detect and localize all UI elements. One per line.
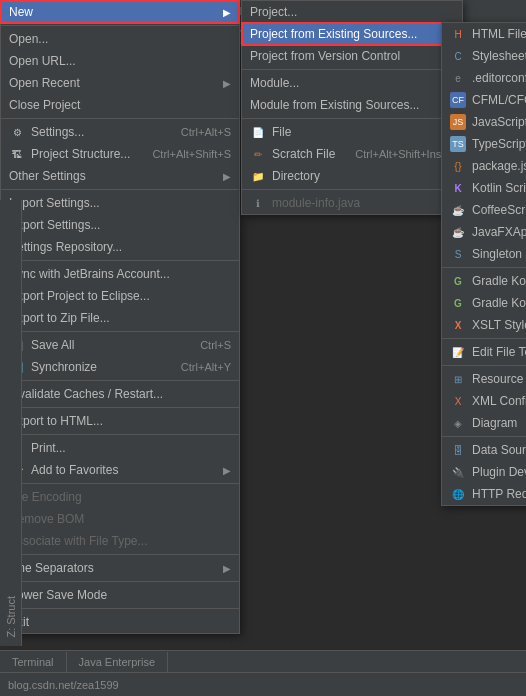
editorconfig-icon: e — [450, 70, 466, 86]
menu-item-line-separators[interactable]: Line Separators ▶ — [1, 557, 239, 579]
menu-item-settings[interactable]: ⚙ Settings... Ctrl+Alt+S — [1, 121, 239, 143]
html-file-icon: H — [450, 26, 466, 42]
arrow-icon: ▶ — [223, 7, 231, 18]
menu-item-invalidate-caches[interactable]: Invalidate Caches / Restart... — [1, 383, 239, 405]
filetype-javafx[interactable]: ☕ JavaFXApplication — [442, 221, 526, 243]
new-submenu-module-existing[interactable]: Module from Existing Sources... — [242, 94, 462, 116]
separator — [442, 436, 526, 437]
edit-templates-icon: 📝 — [450, 344, 466, 360]
separator — [1, 608, 239, 609]
filetype-xslt[interactable]: X XSLT Stylesheet — [442, 314, 526, 336]
new-submenu-file[interactable]: 📄 File — [242, 121, 462, 143]
menu-item-print[interactable]: 🖨 Print... — [1, 437, 239, 459]
gradle-settings-icon: G — [450, 295, 466, 311]
menu-item-open-url[interactable]: Open URL... — [1, 50, 239, 72]
filetype-css[interactable]: C Stylesheet — [442, 45, 526, 67]
file-menu-dropdown: New ▶ Open... Open URL... Open Recent ▶ … — [0, 0, 240, 634]
filetype-singleton[interactable]: S Singleton — [442, 243, 526, 265]
status-text: blog.csdn.net/zea1599 — [8, 679, 119, 691]
new-submenu-directory[interactable]: 📁 Directory — [242, 165, 462, 187]
menu-item-other-settings[interactable]: Other Settings ▶ — [1, 165, 239, 187]
filetype-http-request[interactable]: 🌐 HTTP Request — [442, 483, 526, 505]
filetype-coffeescript[interactable]: ☕ CoffeeScript File — [442, 199, 526, 221]
separator — [442, 338, 526, 339]
separator — [1, 118, 239, 119]
packagejson-icon: {} — [450, 158, 466, 174]
filetype-edit-templates[interactable]: 📝 Edit File Templates... — [442, 341, 526, 363]
menu-item-close-project[interactable]: Close Project — [1, 94, 239, 116]
filetype-html[interactable]: H HTML File — [442, 23, 526, 45]
http-request-icon: 🌐 — [450, 486, 466, 502]
arrow-icon: ▶ — [223, 78, 231, 89]
filetype-gradle-settings[interactable]: G Gradle Kotlin DSL Settings — [442, 292, 526, 314]
separator — [242, 118, 462, 119]
filetype-kotlin[interactable]: K Kotlin Script — [442, 177, 526, 199]
menu-item-associate-file-type: Associate with File Type... — [1, 530, 239, 552]
filetype-resource-bundle[interactable]: ⊞ Resource Bundle — [442, 368, 526, 390]
css-file-icon: C — [450, 48, 466, 64]
menu-item-export-zip[interactable]: Export to Zip File... — [1, 307, 239, 329]
menu-item-open-recent[interactable]: Open Recent ▶ — [1, 72, 239, 94]
new-submenu-dropdown: Project... Project from Existing Sources… — [241, 0, 463, 215]
separator — [1, 189, 239, 190]
new-submenu-scratch-file[interactable]: ✏ Scratch File Ctrl+Alt+Shift+Insert — [242, 143, 462, 165]
menu-item-settings-repo[interactable]: Settings Repository... — [1, 236, 239, 258]
file-icon: 📄 — [250, 124, 266, 140]
separator — [242, 69, 462, 70]
typescript-icon: TS — [450, 136, 466, 152]
filetype-packagejson[interactable]: {} package.json File — [442, 155, 526, 177]
menu-item-new[interactable]: New ▶ — [1, 1, 239, 23]
separator — [1, 483, 239, 484]
new-submenu-project[interactable]: Project... — [242, 1, 462, 23]
filetype-gradle-build[interactable]: G Gradle Kotlin DSL Build Script — [442, 270, 526, 292]
filetype-xml-config[interactable]: X XML Configuration File ▶ — [442, 390, 526, 412]
menu-item-file-encoding: File Encoding — [1, 486, 239, 508]
menu-item-sync-jetbrains[interactable]: Sync with JetBrains Account... — [1, 263, 239, 285]
resource-bundle-icon: ⊞ — [450, 371, 466, 387]
menu-item-save-all[interactable]: 💾 Save All Ctrl+S — [1, 334, 239, 356]
filetype-cfml[interactable]: CF CFML/CFC file — [442, 89, 526, 111]
separator — [1, 331, 239, 332]
menu-item-add-favorites[interactable]: ⭐ Add to Favorites ▶ — [1, 459, 239, 481]
menu-item-exit[interactable]: Exit — [1, 611, 239, 633]
tab-java-enterprise[interactable]: Java Enterprise — [67, 652, 168, 672]
separator — [1, 25, 239, 26]
tab-terminal[interactable]: Terminal — [0, 652, 67, 672]
plugin-devkit-icon: 🔌 — [450, 464, 466, 480]
menu-item-import-settings[interactable]: Import Settings... — [1, 192, 239, 214]
scratch-icon: ✏ — [250, 146, 266, 162]
bottom-tabs: Terminal Java Enterprise — [0, 650, 526, 672]
singleton-icon: S — [450, 246, 466, 262]
filetype-typescript[interactable]: TS TypeScript File — [442, 133, 526, 155]
filetype-plugin-devkit[interactable]: 🔌 Plugin DevKit — [442, 461, 526, 483]
menu-item-remove-bom: Remove BOM — [1, 508, 239, 530]
coffeescript-icon: ☕ — [450, 202, 466, 218]
separator — [1, 554, 239, 555]
filetype-diagram[interactable]: ◈ Diagram — [442, 412, 526, 434]
menu-item-project-structure[interactable]: 🏗 Project Structure... Ctrl+Alt+Shift+S — [1, 143, 239, 165]
menu-item-export-html[interactable]: Export to HTML... — [1, 410, 239, 432]
menu-item-open[interactable]: Open... — [1, 28, 239, 50]
javascript-icon: JS — [450, 114, 466, 130]
menu-item-export-settings[interactable]: Export Settings... — [1, 214, 239, 236]
menu-item-export-eclipse[interactable]: Export Project to Eclipse... — [1, 285, 239, 307]
filetype-javascript[interactable]: JS JavaScript File — [442, 111, 526, 133]
new-submenu-module[interactable]: Module... — [242, 72, 462, 94]
filetype-editorconfig[interactable]: e .editorconfig file — [442, 67, 526, 89]
arrow-icon: ▶ — [223, 171, 231, 182]
arrow-icon: ▶ — [223, 465, 231, 476]
file-types-submenu: H HTML File C Stylesheet e .editorconfig… — [441, 22, 526, 506]
side-panel-label: Z: Struct — [5, 596, 17, 638]
separator — [1, 434, 239, 435]
module-info-icon: ℹ — [250, 195, 266, 211]
project-structure-icon: 🏗 — [9, 146, 25, 162]
javafx-icon: ☕ — [450, 224, 466, 240]
menu-item-power-save-mode[interactable]: Power Save Mode — [1, 584, 239, 606]
filetype-datasource[interactable]: 🗄 Data Source — [442, 439, 526, 461]
new-submenu-project-vcs[interactable]: Project from Version Control ▶ — [242, 45, 462, 67]
new-submenu-module-info: ℹ module-info.java — [242, 192, 462, 214]
new-submenu-project-existing[interactable]: Project from Existing Sources... — [242, 23, 462, 45]
menu-item-synchronize[interactable]: 🔄 Synchronize Ctrl+Alt+Y — [1, 356, 239, 378]
separator — [442, 365, 526, 366]
side-panel[interactable]: Z: Struct — [0, 200, 22, 646]
